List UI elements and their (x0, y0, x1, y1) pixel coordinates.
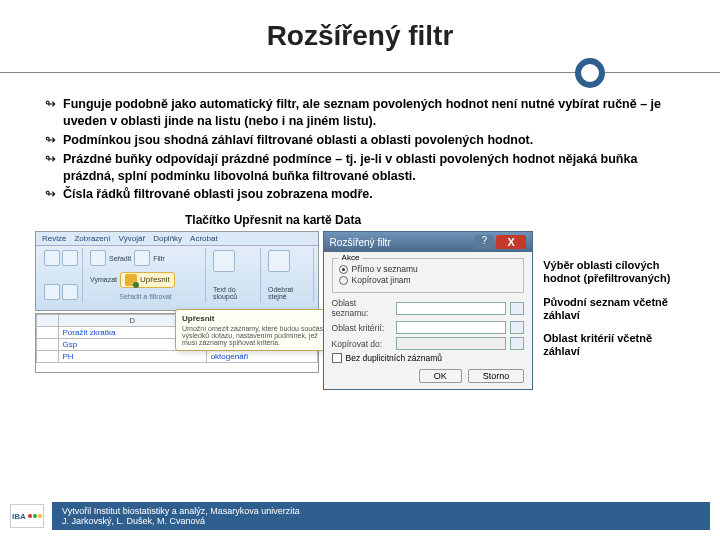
ribbon-label: Filtr (153, 255, 165, 262)
footer-bar: Vytvořil Institut biostatistiky a analýz… (52, 502, 710, 530)
group-label: Akce (339, 253, 363, 262)
bullet-item: Prázdné buňky odpovídají prázdné podmínc… (45, 151, 685, 185)
list-range-input[interactable] (396, 302, 507, 315)
ribbon-tab[interactable]: Revize (42, 234, 66, 243)
tooltip: Upřesnit Umožní omezit záznamy, které bu… (175, 309, 335, 351)
radio-copy-elsewhere[interactable] (339, 276, 348, 285)
text-to-columns-icon[interactable] (213, 250, 235, 272)
ribbon-screenshot: Revize Zobrazení Vývojář Doplňky Acrobat (35, 231, 319, 373)
range-picker-icon[interactable] (510, 337, 524, 350)
field-label: Oblast seznamu: (332, 298, 392, 318)
ribbon-label: Vymazat (90, 276, 117, 283)
annotation: Výběr oblasti cílových hodnot (přefiltro… (543, 259, 685, 285)
tooltip-body: Umožní omezit záznamy, které budou součá… (182, 325, 328, 346)
ribbon-tab[interactable]: Acrobat (190, 234, 218, 243)
annotation: Oblast kritérií včetně záhlaví (543, 332, 685, 358)
ribbon-small-button[interactable] (44, 284, 60, 300)
footer-line: J. Jarkovský, L. Dušek, M. Cvanová (62, 516, 700, 526)
funnel-icon (125, 274, 137, 286)
bullet-item: Čísla řádků filtrované oblasti jsou zobr… (45, 186, 685, 203)
bullet-list: Funguje podobně jako automatický filtr, … (35, 96, 685, 203)
remove-duplicates-icon[interactable] (268, 250, 290, 272)
button-label: Upřesnit (140, 275, 170, 284)
ring-icon (575, 58, 605, 88)
page-title: Rozšířený filtr (35, 20, 685, 52)
ribbon-small-button[interactable] (62, 250, 78, 266)
ok-button[interactable]: OK (419, 369, 462, 383)
bullet-item: Podmínkou jsou shodná záhlaví filtrované… (45, 132, 685, 149)
field-label: Oblast kritérií: (332, 323, 392, 333)
tooltip-title: Upřesnit (182, 314, 328, 323)
radio-label: Přímo v seznamu (352, 264, 418, 274)
ribbon-label: Text do sloupců (213, 286, 256, 300)
dialog-title: Rozšířený filtr (330, 237, 391, 248)
iba-logo: IBA (10, 504, 44, 528)
screenshot-caption: Tlačítko Upřesnit na kartě Data (185, 213, 685, 227)
cancel-button[interactable]: Storno (468, 369, 525, 383)
copy-to-input[interactable] (396, 337, 507, 350)
close-button[interactable]: X (496, 235, 526, 249)
range-picker-icon[interactable] (510, 302, 524, 315)
title-divider (35, 58, 685, 88)
radio-label: Kopírovat jinam (352, 275, 411, 285)
ribbon-small-button[interactable] (62, 284, 78, 300)
ribbon-label: Seřadit (109, 255, 131, 262)
footer-line: Vytvořil Institut biostatistiky a analýz… (62, 506, 700, 516)
cell: PH (58, 351, 206, 363)
unique-records-checkbox[interactable] (332, 353, 342, 363)
advanced-filter-dialog: Rozšířený filtr ? X Akce Přímo v seznamu… (323, 231, 534, 390)
radio-in-place[interactable] (339, 265, 348, 274)
help-button[interactable]: ? (475, 235, 493, 249)
ribbon-group-label: Seřadit a filtrovat (90, 293, 201, 300)
sort-icon[interactable] (90, 250, 106, 266)
range-picker-icon[interactable] (510, 321, 524, 334)
field-label: Kopírovat do: (332, 339, 392, 349)
filter-icon[interactable] (134, 250, 150, 266)
bullet-item: Funguje podobně jako automatický filtr, … (45, 96, 685, 130)
annotation: Původní seznam včetně záhlaví (543, 296, 685, 322)
advanced-filter-button[interactable]: Upřesnit (120, 272, 175, 288)
ribbon-tab[interactable]: Zobrazení (74, 234, 110, 243)
cell: oktogenáři (206, 351, 317, 363)
ribbon-label: Odebrat stejné (268, 286, 309, 300)
ribbon-tab[interactable]: Vývojář (118, 234, 145, 243)
criteria-range-input[interactable] (396, 321, 507, 334)
checkbox-label: Bez duplicitních záznamů (346, 353, 442, 363)
ribbon-small-button[interactable] (44, 250, 60, 266)
ribbon-tab[interactable]: Doplňky (153, 234, 182, 243)
